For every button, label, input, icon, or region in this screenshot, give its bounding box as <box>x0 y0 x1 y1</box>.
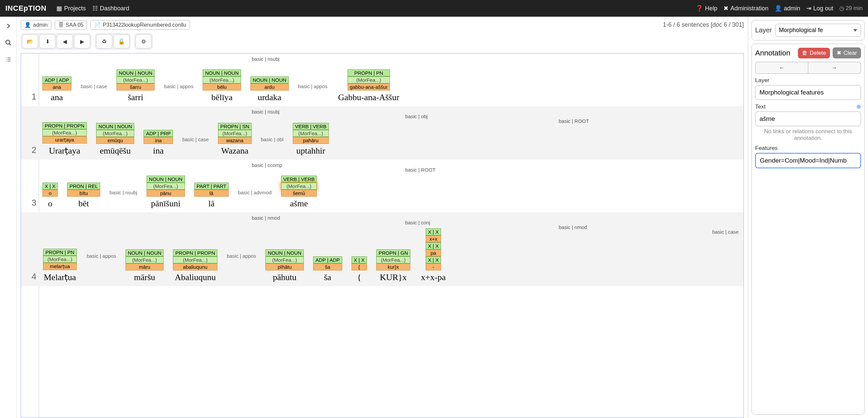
pos-tag[interactable]: ADP | ADP <box>313 257 342 263</box>
pos-tag[interactable]: PROPN | PN <box>43 249 76 256</box>
locate-icon[interactable]: ⊕ <box>856 103 861 110</box>
prev-annotation-button[interactable]: ← <box>755 62 808 74</box>
lemma-tag[interactable]: šemû <box>281 190 317 197</box>
token-text[interactable]: pānīšuni <box>150 198 182 209</box>
features-input[interactable] <box>755 153 861 168</box>
token-text[interactable]: { <box>356 272 363 283</box>
token-text[interactable]: uptahhir <box>295 145 327 157</box>
token[interactable]: PROPN | PROPN(MorFea...)abaliuqunuAbaliu… <box>173 249 217 283</box>
morph-tag[interactable]: (MorFea...) <box>43 256 76 263</box>
lemma-tag[interactable]: bītu <box>67 190 100 197</box>
nav-projects[interactable]: ▦ Projects <box>56 5 86 12</box>
token-text[interactable]: Melarṭua <box>42 271 78 283</box>
lemma-tag[interactable]: pa <box>426 249 441 257</box>
token[interactable]: ADP | ADPšaša <box>313 257 342 283</box>
token[interactable]: PROPN | PN(MorFea...)melarṭuaMelarṭua <box>42 249 78 283</box>
token-text[interactable]: ana <box>50 92 64 103</box>
pos-tag[interactable]: PRON | REL <box>67 183 100 190</box>
pos-tag[interactable]: NOUN | NOUN <box>96 123 134 130</box>
lemma-tag[interactable]: gabbu-ana-aššur <box>347 84 390 90</box>
token[interactable]: X | Xx+xX | XpaX | X-x+x-pa <box>420 228 447 283</box>
prev-page-button[interactable]: ◀ <box>57 34 73 49</box>
token[interactable]: PART | PARTlālā <box>194 183 229 209</box>
lemma-tag[interactable]: - <box>426 263 441 270</box>
nav-dashboard[interactable]: ☷ Dashboard <box>92 5 129 12</box>
settings-button[interactable]: ⚙ <box>135 34 152 49</box>
pos-tag[interactable]: PROPN | SN <box>218 123 251 130</box>
lemma-tag[interactable]: ša <box>313 263 342 270</box>
pos-tag[interactable]: NOUN | NOUN <box>126 249 164 257</box>
morph-tag[interactable]: (MorFea...) <box>266 257 304 263</box>
nav-administration[interactable]: ✖ Administration <box>723 5 769 12</box>
token-text[interactable]: o <box>47 198 54 209</box>
token-text[interactable]: Abaliuqunu <box>173 272 217 283</box>
pos-tag[interactable]: NOUN | NOUN <box>250 77 289 84</box>
pos-tag[interactable]: X | X <box>42 183 58 190</box>
pos-tag[interactable]: X | X <box>426 257 441 263</box>
pos-tag[interactable]: NOUN | NOUN <box>203 69 241 77</box>
morph-tag[interactable]: (MorFea...) <box>96 130 134 137</box>
token-text[interactable]: bēlīya <box>210 92 234 103</box>
morph-tag[interactable]: (MorFea...) <box>218 130 251 137</box>
token[interactable]: NOUN | NOUN(MorFea...)emūquemūqēšu <box>96 123 134 157</box>
token[interactable]: VERB | VERB(MorFea...)šemûašme <box>281 176 317 209</box>
token-text[interactable]: šarri <box>127 92 145 103</box>
token-text[interactable]: ašme <box>289 198 309 209</box>
lemma-tag[interactable]: melarṭua <box>43 263 76 270</box>
crumb-user[interactable]: 👤 admin <box>21 20 52 30</box>
nav-help[interactable]: ❓ Help <box>696 5 717 12</box>
crumb-document[interactable]: 📄 P313422lookupRenumbered.conllu <box>90 20 190 30</box>
morph-tag[interactable]: (MorFea...) <box>126 257 164 263</box>
expand-sidebar-button[interactable] <box>2 20 14 32</box>
token-text[interactable]: bēt <box>77 198 90 209</box>
token[interactable]: ADP | ADPanaana <box>42 77 71 103</box>
token[interactable]: NOUN | NOUN(MorFea...)mārumāršu <box>126 249 164 283</box>
lemma-tag[interactable]: urarṭaya <box>42 136 87 144</box>
morph-tag[interactable]: (MorFea...) <box>42 129 87 136</box>
token-text[interactable]: māršu <box>132 272 157 283</box>
clear-button[interactable]: ✖ Clear <box>833 48 861 58</box>
lemma-tag[interactable]: ardu <box>250 84 289 90</box>
pos-tag[interactable]: X | X <box>351 257 367 263</box>
lemma-tag[interactable]: wazana <box>218 137 251 144</box>
pos-tag[interactable]: PART | PART <box>194 183 229 190</box>
token-text[interactable]: ina <box>152 145 165 157</box>
nav-user[interactable]: 👤 admin <box>775 5 800 12</box>
morph-tag[interactable]: (MorFea...) <box>376 257 410 263</box>
morph-tag[interactable]: (MorFea...) <box>347 77 390 84</box>
download-button[interactable]: ⬇ <box>39 34 55 49</box>
lemma-tag[interactable]: šarru <box>117 84 155 90</box>
token[interactable]: NOUN | NOUN(MorFea...)pānupānīšuni <box>147 176 185 209</box>
pos-tag[interactable]: X | X <box>426 228 441 235</box>
lemma-tag[interactable]: x+x <box>426 235 441 242</box>
token-text[interactable]: ša <box>323 272 333 283</box>
crumb-project[interactable]: 🗄 SAA 05 <box>55 20 87 30</box>
nav-logout[interactable]: ⇥ Log out <box>806 5 833 12</box>
token-text[interactable]: Wazana <box>220 145 250 157</box>
token[interactable]: NOUN | NOUNarduurdaka <box>250 77 289 103</box>
token[interactable]: NOUN | NOUN(MorFea...)pīhātupāhutu <box>266 249 304 283</box>
lemma-tag[interactable]: lā <box>194 190 229 197</box>
token[interactable]: PROPN | GN(MorFea...)kur}xKUR}x <box>376 249 410 283</box>
lemma-tag[interactable]: abaliuqunu <box>173 263 217 270</box>
token-text[interactable]: pāhutu <box>271 272 298 283</box>
pos-tag[interactable]: X | X <box>426 242 441 249</box>
token-text[interactable]: emūqēšu <box>98 145 132 157</box>
recycle-button[interactable]: ♻ <box>96 34 112 49</box>
token[interactable]: PROPN | PROPN(MorFea...)urarṭayaUrarṭaya <box>42 122 87 157</box>
lemma-tag[interactable]: pahāru <box>293 137 329 144</box>
pos-tag[interactable]: VERB | VERB <box>293 123 329 130</box>
list-button[interactable] <box>2 53 14 65</box>
search-button[interactable] <box>2 37 14 49</box>
token[interactable]: X | X{{ <box>351 257 367 283</box>
token-text[interactable]: Urarṭaya <box>48 145 82 157</box>
pos-tag[interactable]: PROPN | GN <box>376 249 410 257</box>
token[interactable]: NOUN | NOUN(MorFea...)šarrušarri <box>117 69 155 103</box>
lemma-tag[interactable]: māru <box>126 263 164 270</box>
token-text[interactable]: urdaka <box>256 92 283 103</box>
token[interactable]: X | Xoo <box>42 183 58 209</box>
layer-select[interactable]: Morphological fe <box>775 24 861 37</box>
lemma-tag[interactable]: ina <box>144 137 173 144</box>
next-page-button[interactable]: ▶ <box>74 34 90 49</box>
lemma-tag[interactable]: { <box>351 263 367 270</box>
